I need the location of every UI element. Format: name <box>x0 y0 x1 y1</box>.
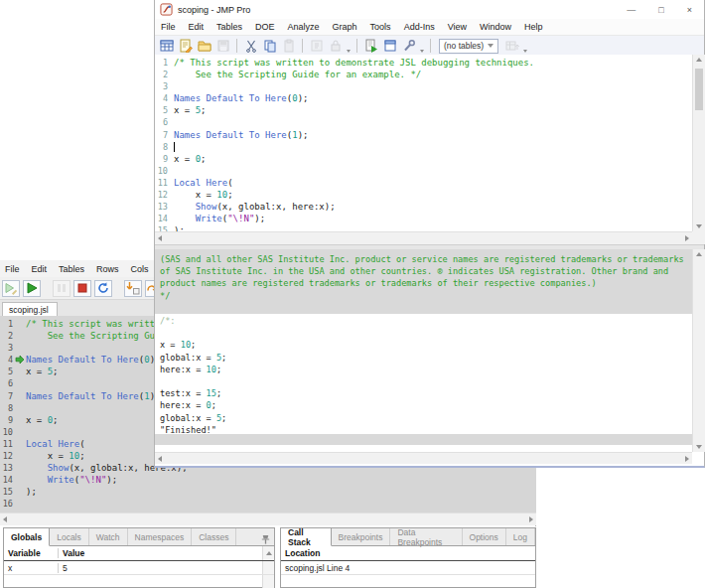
menu-edit[interactable]: Edit <box>189 22 205 32</box>
code-line: 9x = 0; <box>155 153 692 165</box>
code-line: 5x = 5; <box>155 104 692 116</box>
toolbar-separator <box>356 39 357 53</box>
scroll-down-icon[interactable] <box>696 445 702 449</box>
run-script-icon[interactable] <box>362 38 379 54</box>
tab-locals[interactable]: Locals <box>50 528 89 545</box>
code-text: /*: <box>160 315 176 327</box>
open-icon[interactable] <box>196 38 212 54</box>
scroll-up-icon[interactable] <box>266 551 272 555</box>
menu-file[interactable]: File <box>5 264 20 274</box>
scroll-right-icon[interactable] <box>529 516 533 522</box>
log-hscrollbar[interactable] <box>155 452 692 464</box>
table-row[interactable]: x 5 <box>4 561 274 575</box>
close-button[interactable]: × <box>687 5 692 15</box>
menu-add-ins[interactable]: Add-Ins <box>404 22 435 32</box>
code-text: x = 10; <box>174 189 233 201</box>
log-output: /*:x = 10;global:x = 5;here:x = 10;test:… <box>155 315 692 436</box>
marker-gutter <box>15 318 26 330</box>
toolbar-overflow-icon[interactable] <box>419 39 425 53</box>
menu-tables[interactable]: Tables <box>216 22 242 32</box>
tab-scoping-jsl[interactable]: scoping.jsl <box>2 302 58 317</box>
tab-classes[interactable]: Classes <box>192 528 236 545</box>
menu-cols[interactable]: Cols <box>131 264 149 274</box>
title-bar[interactable]: scoping - JMP Pro —□× <box>155 0 704 19</box>
tables-combobox[interactable]: (no tables) <box>439 39 498 54</box>
scroll-right-icon[interactable] <box>685 456 689 462</box>
toolbar-overflow-icon[interactable] <box>522 39 528 53</box>
code-text: x = 10; <box>26 450 85 462</box>
code-text: Local Here( <box>26 438 85 450</box>
code-text: Names Default To Here(1); <box>26 390 160 402</box>
code-text: Write("\!N"); <box>174 213 265 224</box>
cut-icon[interactable] <box>242 38 259 54</box>
scroll-left-icon[interactable] <box>158 235 162 241</box>
stop-icon[interactable] <box>73 280 91 297</box>
new-journal-icon[interactable] <box>177 38 194 54</box>
continue-icon[interactable] <box>23 280 41 297</box>
code-text: Local Here( <box>174 177 233 189</box>
table-row[interactable]: scoping.jsl Line 4 <box>281 561 535 575</box>
callstack-location-cell[interactable]: scoping.jsl Line 4 <box>281 563 535 573</box>
tab-namespaces[interactable]: Namespaces <box>128 528 193 545</box>
menu-file[interactable]: File <box>161 22 176 32</box>
column-value: Value <box>59 548 262 558</box>
line-number: 3 <box>0 342 13 354</box>
menu-graph[interactable]: Graph <box>333 22 357 32</box>
run-debug-icon[interactable] <box>2 280 20 297</box>
tab-log[interactable]: Log <box>506 528 535 545</box>
debugger-editor-hscrollbar[interactable] <box>0 513 536 525</box>
scrollbar-thumb[interactable] <box>695 69 703 110</box>
editor-vscrollbar[interactable] <box>692 55 705 231</box>
menu-view[interactable]: View <box>448 22 467 32</box>
editor-hscrollbar[interactable] <box>155 231 692 244</box>
line-number: 2 <box>155 69 168 80</box>
reset-icon[interactable] <box>94 280 112 297</box>
tab-options[interactable]: Options <box>463 528 506 545</box>
jmp-app-icon <box>160 3 173 16</box>
log-line: */ <box>160 290 692 302</box>
menu-tables[interactable]: Tables <box>59 264 84 274</box>
tab-globals[interactable]: Globals <box>4 528 50 546</box>
table-row[interactable] <box>4 575 274 588</box>
tab-breakpoints[interactable]: Breakpoints <box>332 528 391 545</box>
tab-watch[interactable]: Watch <box>89 528 128 545</box>
tools-icon[interactable] <box>400 38 417 54</box>
tab-call-stack[interactable]: Call Stack <box>281 528 332 546</box>
toolbar-overflow-icon[interactable] <box>346 39 352 53</box>
paste-icon <box>280 38 297 54</box>
menu-analyze[interactable]: Analyze <box>288 22 320 32</box>
variable-value-cell[interactable]: 5 <box>59 563 262 573</box>
menu-doe[interactable]: DOE <box>255 22 275 32</box>
minimize-button[interactable]: — <box>627 5 635 15</box>
copy-icon[interactable] <box>261 38 278 54</box>
menu-edit[interactable]: Edit <box>32 264 48 274</box>
menu-tools[interactable]: Tools <box>370 22 391 32</box>
code-line <box>160 375 692 387</box>
scroll-left-icon[interactable] <box>3 516 7 522</box>
scroll-up-icon[interactable] <box>696 252 702 256</box>
variables-scrollbar[interactable] <box>262 546 274 560</box>
line-number: 4 <box>0 354 13 366</box>
code-text: here:x = 10; <box>160 364 221 375</box>
menu-window[interactable]: Window <box>480 22 511 32</box>
maximize-button[interactable]: □ <box>658 5 663 15</box>
code-text <box>174 141 175 153</box>
scroll-down-icon[interactable] <box>696 224 702 228</box>
menu-help[interactable]: Help <box>524 22 543 32</box>
new-data-table-icon[interactable] <box>158 38 175 54</box>
code-text: global:x = 5; <box>160 412 226 424</box>
scroll-left-icon[interactable] <box>158 456 162 462</box>
code-line: 16 <box>0 498 536 510</box>
step-into-icon[interactable] <box>124 280 142 297</box>
tab-data-breakpoints[interactable]: Data Breakpoints <box>390 528 462 545</box>
code-line: global:x = 5; <box>160 412 692 424</box>
code-line: 15); <box>0 486 536 498</box>
new-window-icon[interactable] <box>381 38 398 54</box>
log-vscrollbar[interactable] <box>692 249 705 452</box>
variable-name-cell[interactable]: x <box>4 563 59 573</box>
scroll-right-icon[interactable] <box>685 235 689 241</box>
script-editor[interactable]: 1/* This script was written to demonstra… <box>155 55 692 233</box>
menu-rows[interactable]: Rows <box>96 264 119 274</box>
pin-icon[interactable] <box>260 531 271 542</box>
scroll-up-icon[interactable] <box>696 58 702 62</box>
